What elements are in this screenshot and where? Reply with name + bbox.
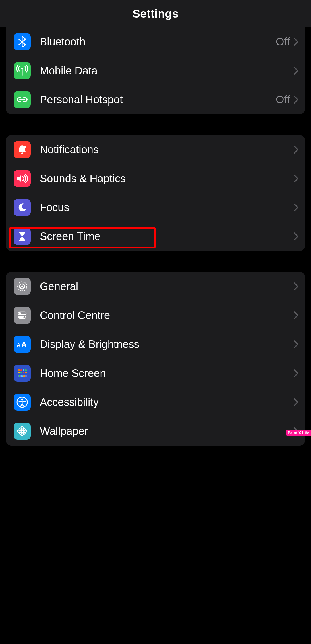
bluetooth-icon [14, 33, 31, 50]
row-status: Off [276, 94, 290, 106]
row-sounds-haptics[interactable]: Sounds & Haptics [6, 164, 305, 193]
chevron-right-icon [293, 174, 298, 183]
row-mobile-data[interactable]: Mobile Data [6, 56, 305, 85]
app-grid-icon [14, 365, 31, 382]
chevron-right-icon [293, 66, 298, 75]
chevron-right-icon [293, 311, 298, 320]
toggles-icon [14, 307, 31, 324]
svg-text:A: A [21, 340, 27, 349]
row-focus[interactable]: Focus [6, 193, 305, 222]
speaker-icon [14, 170, 31, 187]
svg-point-24 [21, 399, 23, 401]
row-label: Wallpaper [40, 425, 293, 437]
svg-point-2 [24, 146, 26, 148]
chevron-right-icon [293, 145, 298, 154]
settings-group-notifications: Notifications Sounds & Haptics Focus Scr… [6, 135, 305, 251]
page-title: Settings [132, 7, 179, 20]
row-personal-hotspot[interactable]: Personal Hotspot Off [6, 85, 305, 114]
chevron-right-icon [293, 369, 298, 377]
row-home-screen[interactable]: Home Screen [6, 359, 305, 388]
row-label: General [40, 280, 293, 293]
svg-point-8 [24, 316, 26, 318]
row-label: Accessibility [40, 396, 293, 408]
row-status: Off [276, 36, 290, 48]
chevron-right-icon [293, 203, 298, 212]
row-label: Bluetooth [40, 36, 276, 48]
svg-rect-16 [20, 372, 22, 373]
antenna-icon [14, 62, 31, 79]
link-icon [14, 91, 31, 108]
row-label: Display & Brightness [40, 338, 293, 351]
watermark-badge: Paint X Lite [286, 430, 311, 436]
row-notifications[interactable]: Notifications [6, 135, 305, 164]
svg-rect-15 [18, 372, 20, 373]
svg-point-6 [19, 312, 21, 314]
svg-rect-20 [19, 375, 20, 377]
chevron-right-icon [293, 282, 298, 291]
svg-point-1 [21, 152, 23, 154]
svg-text:A: A [17, 342, 20, 348]
chevron-right-icon [293, 95, 298, 104]
settings-group-general: General Control Centre AA Display & Brig… [6, 272, 305, 446]
chevron-right-icon [293, 398, 298, 406]
accessibility-icon [14, 394, 31, 411]
row-label: Mobile Data [40, 65, 293, 77]
svg-rect-13 [23, 369, 24, 371]
row-screen-time[interactable]: Screen Time [6, 222, 305, 251]
gear-icon [14, 278, 31, 295]
row-label: Notifications [40, 144, 293, 156]
row-label: Focus [40, 202, 293, 214]
moon-icon [14, 199, 31, 216]
svg-rect-18 [25, 372, 27, 373]
row-label: Home Screen [40, 367, 293, 379]
svg-rect-21 [21, 375, 23, 377]
settings-group-connectivity: Bluetooth Off Mobile Data Personal Hotsp… [6, 27, 305, 114]
chevron-right-icon [293, 37, 298, 46]
row-label: Control Centre [40, 309, 293, 322]
hourglass-icon [14, 228, 31, 245]
chevron-right-icon [293, 232, 298, 241]
svg-rect-11 [18, 369, 20, 371]
svg-point-0 [21, 68, 23, 69]
text-size-icon: AA [14, 336, 31, 353]
row-label: Sounds & Haptics [40, 173, 293, 185]
svg-rect-17 [23, 372, 24, 373]
row-label: Screen Time [40, 230, 293, 243]
svg-rect-12 [20, 369, 22, 371]
chevron-right-icon [293, 340, 298, 349]
bell-icon [14, 141, 31, 158]
row-bluetooth[interactable]: Bluetooth Off [6, 27, 305, 56]
row-label: Personal Hotspot [40, 94, 276, 106]
row-wallpaper[interactable]: Wallpaper [6, 417, 305, 446]
svg-rect-22 [23, 375, 25, 377]
row-control-centre[interactable]: Control Centre [6, 301, 305, 330]
row-display-brightness[interactable]: AA Display & Brightness [6, 330, 305, 359]
settings-header: Settings [0, 0, 311, 27]
row-general[interactable]: General [6, 272, 305, 301]
settings-content: Bluetooth Off Mobile Data Personal Hotsp… [0, 27, 311, 446]
flower-icon [14, 423, 31, 440]
row-accessibility[interactable]: Accessibility [6, 388, 305, 417]
svg-rect-14 [25, 369, 27, 371]
